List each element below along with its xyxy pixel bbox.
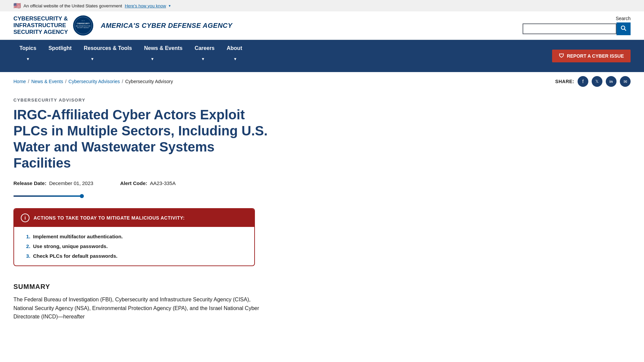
breadcrumb-current: Cybersecurity Advisory bbox=[125, 79, 173, 84]
summary-text: The Federal Bureau of Investigation (FBI… bbox=[13, 295, 268, 321]
nav-link-spotlight[interactable]: Spotlight bbox=[42, 40, 77, 57]
chevron-down-icon: ▾ bbox=[145, 51, 182, 67]
logo-area: CYBERSECURITY & INFRASTRUCTURE SECURITY … bbox=[13, 15, 232, 36]
breadcrumb: Home / News & Events / Cybersecurity Adv… bbox=[13, 79, 173, 84]
agency-name-line1: CYBERSECURITY & bbox=[13, 15, 68, 22]
action-text-2: Use strong, unique passwords. bbox=[33, 243, 108, 249]
info-icon: i bbox=[21, 214, 30, 222]
us-flag-icon: 🇺🇸 bbox=[13, 2, 21, 9]
facebook-share-icon[interactable]: f bbox=[578, 76, 588, 87]
cisa-seal: CYBERSECURITY AND INFRASTRUCTURE SECURIT… bbox=[72, 15, 94, 36]
breadcrumb-cybersecurity-advisories[interactable]: Cybersecurity Advisories bbox=[68, 79, 120, 84]
alert-code-meta: Alert Code: AA23-335A bbox=[120, 180, 176, 186]
report-cyber-issue-button[interactable]: 🛡 REPORT A CYBER ISSUE bbox=[552, 50, 631, 62]
release-date-value: December 01, 2023 bbox=[49, 180, 93, 186]
breadcrumb-home[interactable]: Home bbox=[13, 79, 26, 84]
action-item-3: 3. Check PLCs for default passwords. bbox=[26, 253, 246, 259]
meta-row: Release Date: December 01, 2023 Alert Co… bbox=[13, 180, 309, 186]
gov-banner: 🇺🇸 An official website of the United Sta… bbox=[0, 0, 644, 11]
release-date-meta: Release Date: December 01, 2023 bbox=[13, 180, 93, 186]
action-item-1: 1. Implement multifactor authentication. bbox=[26, 234, 246, 239]
breadcrumb-sep-2: / bbox=[65, 79, 66, 84]
svg-point-6 bbox=[621, 26, 625, 29]
nav-link-careers[interactable]: Careers ▾ bbox=[189, 40, 221, 72]
agency-name-line2: INFRASTRUCTURE bbox=[13, 22, 68, 29]
main-content: CYBERSECURITY ADVISORY IRGC-Affiliated C… bbox=[0, 91, 322, 335]
action-item-2: 2. Use strong, unique passwords. bbox=[26, 243, 246, 249]
svg-text:★ ★ ★: ★ ★ ★ bbox=[82, 20, 85, 21]
main-nav: Topics ▾ Spotlight Resources & Tools ▾ N… bbox=[0, 40, 644, 72]
share-area: SHARE: f 𝕏 in ✉ bbox=[555, 76, 631, 87]
action-num-2: 2. bbox=[26, 243, 31, 249]
nav-link-resources[interactable]: Resources & Tools ▾ bbox=[78, 40, 138, 72]
nav-item-careers[interactable]: Careers ▾ bbox=[189, 40, 221, 72]
advisory-label: CYBERSECURITY ADVISORY bbox=[13, 98, 309, 103]
action-text-1: Implement multifactor authentication. bbox=[33, 234, 123, 239]
actions-title: ACTIONS TO TAKE TODAY TO MITIGATE MALICI… bbox=[34, 215, 185, 221]
banner-dropdown-arrow[interactable]: ▾ bbox=[169, 4, 171, 8]
nav-item-about[interactable]: About ▾ bbox=[221, 40, 248, 72]
chevron-down-icon: ▾ bbox=[21, 51, 36, 67]
nav-items: Topics ▾ Spotlight Resources & Tools ▾ N… bbox=[13, 40, 552, 72]
nav-item-topics[interactable]: Topics ▾ bbox=[13, 40, 42, 72]
report-btn-label: REPORT A CYBER ISSUE bbox=[567, 53, 624, 59]
chevron-down-icon: ▾ bbox=[228, 51, 242, 67]
nav-item-resources[interactable]: Resources & Tools ▾ bbox=[78, 40, 138, 72]
gov-banner-text: An official website of the United States… bbox=[23, 3, 122, 8]
chevron-down-icon: ▾ bbox=[196, 51, 215, 67]
site-header: CYBERSECURITY & INFRASTRUCTURE SECURITY … bbox=[0, 11, 644, 40]
twitter-share-icon[interactable]: 𝕏 bbox=[592, 76, 602, 87]
svg-text:AND INFRASTRUCTURE: AND INFRASTRUCTURE bbox=[76, 25, 91, 27]
agency-name-line3: SECURITY AGENCY bbox=[13, 29, 68, 36]
search-input[interactable] bbox=[523, 23, 616, 34]
search-label: Search bbox=[616, 16, 631, 21]
linkedin-share-icon[interactable]: in bbox=[606, 76, 616, 87]
agency-name: CYBERSECURITY & INFRASTRUCTURE SECURITY … bbox=[13, 15, 68, 36]
svg-line-7 bbox=[625, 29, 626, 31]
summary-heading: SUMMARY bbox=[13, 283, 268, 291]
share-label: SHARE: bbox=[555, 79, 574, 84]
nav-item-spotlight[interactable]: Spotlight bbox=[42, 40, 77, 72]
action-num-1: 1. bbox=[26, 234, 31, 239]
nav-link-about[interactable]: About ▾ bbox=[221, 40, 248, 72]
svg-text:CYBERSECURITY: CYBERSECURITY bbox=[77, 23, 90, 24]
alert-code-value: AA23-335A bbox=[150, 180, 176, 186]
how-you-know-link[interactable]: Here's how you know bbox=[125, 3, 166, 8]
alert-code-label: Alert Code: bbox=[120, 180, 147, 186]
breadcrumb-sep-1: / bbox=[28, 79, 29, 84]
action-text-3: Check PLCs for default passwords. bbox=[33, 253, 118, 259]
summary-section: SUMMARY The Federal Bureau of Investigat… bbox=[13, 283, 268, 321]
search-row bbox=[523, 22, 631, 35]
actions-header: i ACTIONS TO TAKE TODAY TO MITIGATE MALI… bbox=[14, 209, 254, 227]
actions-box: i ACTIONS TO TAKE TODAY TO MITIGATE MALI… bbox=[13, 208, 255, 266]
search-icon bbox=[621, 25, 627, 31]
email-share-icon[interactable]: ✉ bbox=[620, 76, 631, 87]
nav-item-news[interactable]: News & Events ▾ bbox=[138, 40, 189, 72]
breadcrumb-bar: Home / News & Events / Cybersecurity Adv… bbox=[0, 72, 644, 91]
chevron-down-icon: ▾ bbox=[85, 51, 132, 67]
search-button[interactable] bbox=[616, 22, 631, 35]
nav-link-news[interactable]: News & Events ▾ bbox=[138, 40, 189, 72]
shield-icon: 🛡 bbox=[559, 53, 564, 59]
divider-dot bbox=[80, 194, 84, 198]
agency-tagline: AMERICA'S CYBER DEFENSE AGENCY bbox=[101, 22, 232, 29]
action-num-3: 3. bbox=[26, 253, 31, 259]
release-date-label: Release Date: bbox=[13, 180, 46, 186]
breadcrumb-sep-3: / bbox=[122, 79, 123, 84]
divider-line bbox=[13, 194, 309, 198]
page-title: IRGC-Affiliated Cyber Actors Exploit PLC… bbox=[13, 107, 268, 171]
svg-text:SECURITY AGENCY: SECURITY AGENCY bbox=[77, 27, 90, 28]
search-area: Search bbox=[523, 16, 631, 35]
breadcrumb-news-events[interactable]: News & Events bbox=[31, 79, 63, 84]
actions-list: 1. Implement multifactor authentication.… bbox=[14, 227, 254, 265]
nav-link-topics[interactable]: Topics ▾ bbox=[13, 40, 42, 72]
